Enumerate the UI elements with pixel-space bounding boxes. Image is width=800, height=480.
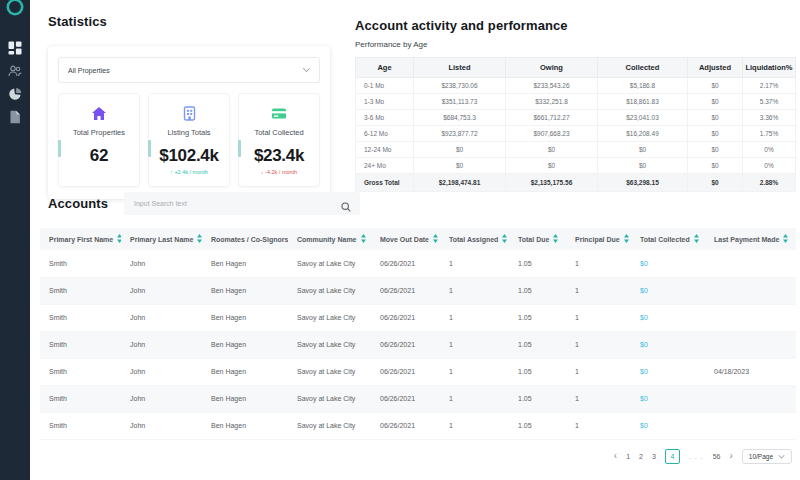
accounts-title: Accounts [48,196,108,211]
performance-row: 6-12 Mo$923,877.72$907,668.23$16,208.49$… [356,126,796,142]
performance-table: Age Listed Owing Collected Adjusted Liqu… [355,57,796,192]
sort-icon[interactable] [197,234,202,244]
cell-listed: $923,877.72 [414,126,506,142]
page-button-current[interactable]: 4 [665,449,680,464]
cell-collected: $18,861.83 [598,94,688,110]
col-total-assigned[interactable]: Total Assigned [440,228,509,250]
performance-row: 0-1 Mo$238,730.06$233,543.26$5,186.8$02.… [356,78,796,94]
sort-icon[interactable] [117,234,121,244]
sort-icon[interactable] [694,234,699,244]
sort-icon[interactable] [502,234,507,244]
accounts-search [124,192,360,215]
performance-subtitle: Performance by Age [355,40,795,49]
total-listed: $2,198,474.81 [414,174,506,192]
cell-listed: $0 [414,158,506,174]
sidebar [0,0,30,480]
cell-last-name: John [121,331,202,358]
col-roommates-cosignors[interactable]: Roomates / Co-Signors [202,228,288,250]
stat-card-value: 62 [63,146,135,166]
cell-community: Savoy at Lake City [288,250,371,277]
cell-liquidation: 2.17% [743,78,796,94]
col-primary-first-name[interactable]: Primary First Name [40,228,121,250]
sort-icon[interactable] [433,234,438,244]
col-community-name[interactable]: Community Name [288,228,371,250]
pagination-ellipsis[interactable]: . . . [689,453,704,460]
cell-first-name: Smith [40,277,121,304]
page-button-last[interactable]: 56 [713,453,721,460]
accounts-section: Accounts Primary First Name [40,192,796,464]
sidebar-item-team[interactable] [8,64,22,78]
account-row: SmithJohnBen HagenSavoy at Lake City06/2… [40,304,796,331]
account-row: SmithJohnBen HagenSavoy at Lake City06/2… [40,331,796,358]
col-collected: Collected [598,58,688,78]
sidebar-item-reports[interactable] [8,87,22,101]
search-input[interactable] [124,192,360,215]
cell-community: Savoy at Lake City [288,385,371,412]
sidebar-item-dashboard[interactable] [8,41,22,55]
cell-total-collected[interactable]: $0 [631,358,705,385]
property-filter-dropdown[interactable]: All Properties [58,57,320,83]
value-accent-bar [238,140,241,157]
cell-roommates: Ben Hagen [202,277,288,304]
app-root: Statistics All Properties Total Properti… [0,0,800,480]
cell-first-name: Smith [40,250,121,277]
sort-icon[interactable] [783,234,788,244]
sort-icon[interactable] [624,234,629,244]
cell-last-payment [705,304,796,331]
cell-total-collected[interactable]: $0 [631,331,705,358]
page-button-1[interactable]: 1 [626,453,630,460]
search-icon[interactable] [341,198,351,216]
cell-total-collected[interactable]: $0 [631,250,705,277]
cell-liquidation: 5.37% [743,94,796,110]
page-size-select[interactable]: 10/Page [742,449,792,464]
cell-first-name: Smith [40,304,121,331]
col-last-payment-made[interactable]: Last Payment Made [705,228,796,250]
cell-principal-due: 1 [566,385,631,412]
cell-community: Savoy at Lake City [288,358,371,385]
sidebar-item-documents[interactable] [8,110,22,124]
cell-total-due: 1.05 [509,304,566,331]
stat-card-total-collected: Total Collected $23.4k ↓ -4.2k / month [238,93,320,187]
next-page-icon[interactable]: › [729,451,732,461]
cell-move-out-date: 06/26/2021 [371,277,440,304]
sort-icon[interactable] [553,234,558,244]
col-total-due[interactable]: Total Due [509,228,566,250]
cell-total-assigned: 1 [440,385,509,412]
col-move-out-date[interactable]: Move Out Date [371,228,440,250]
cell-principal-due: 1 [566,250,631,277]
cell-age: 3-6 Mo [356,110,414,126]
cell-collected: $16,208.49 [598,126,688,142]
cell-listed: $0 [414,142,506,158]
cell-total-collected[interactable]: $0 [631,277,705,304]
cell-move-out-date: 06/26/2021 [371,358,440,385]
stat-card-label: Total Collected [243,128,315,137]
cell-community: Savoy at Lake City [288,304,371,331]
cell-total-due: 1.05 [509,277,566,304]
cell-move-out-date: 06/26/2021 [371,331,440,358]
cell-roommates: Ben Hagen [202,412,288,439]
cell-owing: $0 [506,142,598,158]
cell-owing: $332,251.8 [506,94,598,110]
cell-age: 0-1 Mo [356,78,414,94]
total-age: Gross Total [356,174,414,192]
page-button-3[interactable]: 3 [652,453,656,460]
prev-page-icon[interactable]: ‹ [614,451,617,461]
cell-total-collected[interactable]: $0 [631,304,705,331]
app-logo-icon[interactable] [5,0,25,17]
col-primary-last-name[interactable]: Primary Last Name [121,228,202,250]
col-total-collected[interactable]: Total Collected [631,228,705,250]
col-principal-due[interactable]: Principal Due [566,228,631,250]
sort-icon[interactable] [361,234,366,244]
total-owing: $2,135,175.56 [506,174,598,192]
performance-total-row: Gross Total $2,198,474.81 $2,135,175.56 … [356,174,796,192]
stat-card-trend [63,169,135,176]
page-button-2[interactable]: 2 [639,453,643,460]
cell-collected: $0 [598,142,688,158]
cell-collected: $0 [598,158,688,174]
cell-principal-due: 1 [566,358,631,385]
account-row: SmithJohnBen HagenSavoy at Lake City06/2… [40,412,796,439]
stat-card-label: Total Properties [63,128,135,137]
cell-owing: $0 [506,158,598,174]
cell-total-collected[interactable]: $0 [631,412,705,439]
cell-total-collected[interactable]: $0 [631,385,705,412]
